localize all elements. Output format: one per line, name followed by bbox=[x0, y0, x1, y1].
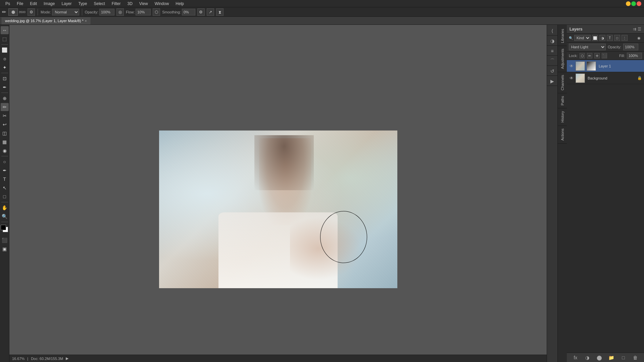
menu-image[interactable]: Image bbox=[41, 1, 57, 7]
foreground-color-swatch[interactable] bbox=[1, 225, 6, 230]
smoothing-control: Smoothing: 0% bbox=[162, 9, 195, 15]
brush-settings-icon[interactable]: ⚙ bbox=[28, 8, 35, 16]
delete-layer-btn[interactable]: 🗑 bbox=[632, 354, 639, 361]
layers-expand-collapse-icon[interactable]: ⇉ bbox=[633, 27, 636, 32]
symmetry-icon[interactable]: ⧗ bbox=[216, 8, 224, 16]
canvas-scroll[interactable]: 16.67% | Doc: 60.2M/155.3M ▶ bbox=[9, 25, 547, 362]
layer-item-layer1[interactable]: 👁 Layer 1 bbox=[567, 60, 644, 72]
add-effect-btn[interactable]: fx bbox=[572, 354, 579, 361]
artboard-tool[interactable]: ⬚ bbox=[1, 35, 9, 43]
menu-help[interactable]: Help bbox=[173, 1, 187, 7]
menu-file[interactable]: File bbox=[14, 1, 26, 7]
screen-mode[interactable]: ▣ bbox=[1, 245, 9, 253]
add-mask-btn[interactable]: ◑ bbox=[584, 354, 591, 361]
airbrush-icon[interactable]: ◎ bbox=[116, 8, 124, 16]
zoom-tool[interactable]: 🔍 bbox=[1, 212, 9, 220]
lasso-tool[interactable]: ⌾ bbox=[1, 55, 9, 63]
flow-icon[interactable]: ⬡ bbox=[153, 8, 160, 16]
filter-kind-select[interactable]: Kind bbox=[574, 35, 591, 41]
path-selection-tool[interactable]: ↖ bbox=[1, 184, 9, 192]
menu-window[interactable]: Window bbox=[152, 1, 172, 7]
menu-select[interactable]: Select bbox=[91, 1, 107, 7]
brush-tool-icon[interactable]: ✏ bbox=[2, 9, 6, 15]
filter-adjustment-icon[interactable]: ◑ bbox=[599, 35, 605, 41]
history-collapsed-btn[interactable]: History bbox=[557, 108, 567, 125]
filter-toggle-icon[interactable]: ◉ bbox=[636, 35, 642, 41]
layers-panel-menu-icon[interactable]: ☰ bbox=[638, 27, 641, 32]
hand-tool[interactable]: ✋ bbox=[1, 204, 9, 212]
blend-mode-select[interactable]: Hard Light Normal Multiply Screen Overla… bbox=[569, 44, 606, 50]
menu-ps[interactable]: Ps bbox=[3, 1, 13, 7]
opacity-input[interactable]: 100% bbox=[99, 9, 114, 15]
doc-info: Doc: 60.2M/155.3M bbox=[31, 357, 63, 361]
menu-filter[interactable]: Filter bbox=[109, 1, 123, 7]
brush-tool[interactable]: ✏ bbox=[1, 103, 9, 111]
healing-tool[interactable]: ⊕ bbox=[1, 94, 9, 102]
lock-artboard-icon[interactable]: ⬛ bbox=[602, 53, 607, 58]
lock-pixels-icon[interactable]: ✏ bbox=[587, 53, 592, 58]
channels-collapsed-btn[interactable]: Channels bbox=[557, 72, 567, 93]
smoothing-input[interactable]: 0% bbox=[182, 9, 195, 15]
lock-position-icon[interactable]: ✛ bbox=[594, 53, 600, 58]
magic-wand-tool[interactable]: ✦ bbox=[1, 63, 9, 71]
quick-mask-mode[interactable]: ⬛ bbox=[1, 236, 9, 244]
options-toolbar: ✏ ⬤ 3500 ⚙ Mode: Normal Multiply Screen … bbox=[0, 7, 644, 17]
filter-pixel-icon[interactable]: ⬜ bbox=[592, 35, 598, 41]
history-brush-tool[interactable]: ↩ bbox=[1, 120, 9, 128]
background-visibility-icon[interactable]: 👁 bbox=[569, 75, 574, 81]
history-icon[interactable]: ↺ bbox=[547, 66, 557, 76]
eraser-tool[interactable]: ◫ bbox=[1, 129, 9, 137]
add-folder-btn[interactable]: 📁 bbox=[608, 354, 615, 361]
crop-tool[interactable]: ⊡ bbox=[1, 74, 9, 83]
menu-edit[interactable]: Edit bbox=[27, 1, 40, 7]
filter-smart-icon[interactable]: ⋮ bbox=[622, 35, 628, 41]
add-adjustment-btn[interactable]: ⬤ bbox=[596, 354, 603, 361]
center-area: 16.67% | Doc: 60.2M/155.3M ▶ bbox=[9, 25, 547, 362]
menu-view[interactable]: View bbox=[137, 1, 151, 7]
menu-type[interactable]: Type bbox=[76, 1, 90, 7]
brush-preset[interactable]: ⬤ 3500 bbox=[8, 8, 26, 16]
shape-tool[interactable]: □ bbox=[1, 193, 9, 201]
move-tool[interactable]: ↔ bbox=[1, 26, 9, 34]
libraries-collapsed-btn[interactable]: Libraries bbox=[557, 26, 567, 46]
actions-collapsed-btn[interactable]: Actions bbox=[557, 126, 567, 144]
layer-item-background[interactable]: 👁 Background 🔒 bbox=[567, 72, 644, 84]
fill-label: Fill: bbox=[619, 54, 625, 58]
flow-input[interactable]: 10% bbox=[136, 9, 151, 15]
actions-icon[interactable]: ▶ bbox=[547, 76, 557, 86]
layer1-visibility-icon[interactable]: 👁 bbox=[569, 63, 574, 69]
filter-type-icon[interactable]: T bbox=[607, 35, 613, 41]
clone-stamp-tool[interactable]: ✂ bbox=[1, 112, 9, 120]
smoothing-settings-icon[interactable]: ⚙ bbox=[197, 8, 205, 16]
dodge-tool[interactable]: ○ bbox=[1, 158, 9, 166]
window-maximize[interactable] bbox=[631, 1, 636, 6]
window-close[interactable] bbox=[637, 1, 641, 6]
paths-collapsed-btn[interactable]: Paths bbox=[557, 93, 567, 108]
adjustments-collapsed-btn[interactable]: Adjustments bbox=[557, 46, 567, 72]
menu-layer[interactable]: Layer bbox=[59, 1, 74, 7]
marquee-tool[interactable]: ⬜ bbox=[1, 46, 9, 54]
blur-tool[interactable]: ◉ bbox=[1, 147, 9, 155]
window-minimize[interactable] bbox=[626, 1, 631, 6]
paths-icon[interactable]: ⌒ bbox=[547, 56, 557, 66]
pen-tool[interactable]: ✒ bbox=[1, 166, 9, 174]
gradient-tool[interactable]: ▦ bbox=[1, 138, 9, 146]
collapsed-labels-panel: Libraries Adjustments Channels Paths His… bbox=[557, 25, 567, 362]
menu-3d[interactable]: 3D bbox=[125, 1, 135, 7]
opacity-value-layers[interactable]: 100% bbox=[623, 44, 638, 50]
tab-close-btn[interactable]: × bbox=[85, 19, 87, 23]
lock-transparent-icon[interactable]: ⬡ bbox=[580, 53, 585, 58]
libraries-expand-icon[interactable]: ⟨ bbox=[547, 26, 557, 36]
eyedropper-tool[interactable]: ✒ bbox=[1, 83, 9, 91]
type-tool[interactable]: T bbox=[1, 175, 9, 183]
add-layer-btn[interactable]: □ bbox=[620, 354, 627, 361]
fill-value[interactable]: 100% bbox=[627, 53, 642, 59]
mode-select[interactable]: Normal Multiply Screen Hard Light bbox=[52, 9, 79, 15]
angle-icon[interactable]: ↗ bbox=[207, 8, 214, 16]
body-area: ↔ ⬚ ⬜ ⌾ ✦ ⊡ ✒ ⊕ ✏ ✂ ↩ ◫ ▦ ◉ ○ ✒ T ↖ □ ✋ … bbox=[0, 25, 644, 362]
filter-shape-icon[interactable]: □ bbox=[614, 35, 620, 41]
left-toolbar: ↔ ⬚ ⬜ ⌾ ✦ ⊡ ✒ ⊕ ✏ ✂ ↩ ◫ ▦ ◉ ○ ✒ T ↖ □ ✋ … bbox=[0, 25, 9, 362]
channels-icon[interactable]: ≡ bbox=[547, 46, 557, 56]
adjustments-icon[interactable]: ◑ bbox=[547, 36, 557, 46]
document-tab[interactable]: wedding.jpg @ 16.7% (Layer 1, Layer Mask… bbox=[1, 17, 91, 24]
